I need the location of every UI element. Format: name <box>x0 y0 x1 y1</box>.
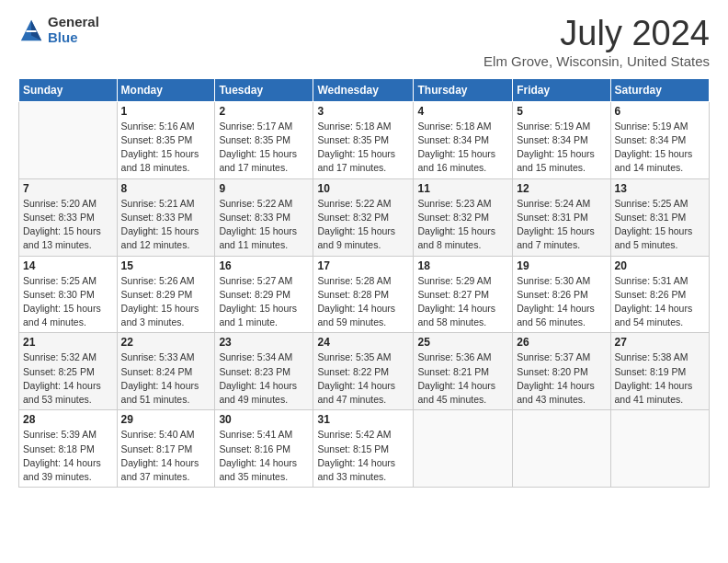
cell-week0-day0 <box>19 101 118 178</box>
day-info: Sunrise: 5:19 AM Sunset: 8:34 PM Dayligh… <box>517 120 606 176</box>
cell-week1-day4: 11Sunrise: 5:23 AM Sunset: 8:32 PM Dayli… <box>414 178 513 256</box>
day-number: 17 <box>317 259 409 272</box>
page: General Blue July 2024 Elm Grove, Wiscon… <box>0 0 728 563</box>
day-info: Sunrise: 5:17 AM Sunset: 8:35 PM Dayligh… <box>219 120 309 176</box>
day-info: Sunrise: 5:21 AM Sunset: 8:33 PM Dayligh… <box>121 197 211 253</box>
logo-blue-text: Blue <box>48 30 99 46</box>
day-info: Sunrise: 5:24 AM Sunset: 8:31 PM Dayligh… <box>517 197 606 253</box>
day-number: 1 <box>121 105 211 118</box>
day-info: Sunrise: 5:18 AM Sunset: 8:35 PM Dayligh… <box>317 120 409 176</box>
day-info: Sunrise: 5:30 AM Sunset: 8:26 PM Dayligh… <box>517 274 606 330</box>
day-number: 8 <box>121 182 211 195</box>
day-number: 3 <box>317 105 409 118</box>
cell-week0-day1: 1Sunrise: 5:16 AM Sunset: 8:35 PM Daylig… <box>117 101 215 178</box>
day-info: Sunrise: 5:42 AM Sunset: 8:15 PM Dayligh… <box>317 428 409 484</box>
logo-general-text: General <box>48 15 99 30</box>
cell-week3-day1: 22Sunrise: 5:33 AM Sunset: 8:24 PM Dayli… <box>117 333 215 410</box>
day-info: Sunrise: 5:22 AM Sunset: 8:32 PM Dayligh… <box>317 197 409 253</box>
day-info: Sunrise: 5:20 AM Sunset: 8:33 PM Dayligh… <box>23 197 113 253</box>
logo: General Blue <box>18 15 99 45</box>
day-number: 12 <box>517 182 606 195</box>
day-number: 28 <box>23 413 113 426</box>
day-number: 9 <box>219 182 309 195</box>
cell-week1-day5: 12Sunrise: 5:24 AM Sunset: 8:31 PM Dayli… <box>513 178 610 256</box>
header-friday: Friday <box>513 78 610 101</box>
day-info: Sunrise: 5:41 AM Sunset: 8:16 PM Dayligh… <box>219 428 309 484</box>
day-info: Sunrise: 5:34 AM Sunset: 8:23 PM Dayligh… <box>219 350 309 407</box>
cell-week2-day2: 16Sunrise: 5:27 AM Sunset: 8:29 PM Dayli… <box>215 256 313 333</box>
cell-week2-day0: 14Sunrise: 5:25 AM Sunset: 8:30 PM Dayli… <box>19 256 118 333</box>
day-info: Sunrise: 5:37 AM Sunset: 8:20 PM Dayligh… <box>517 350 606 407</box>
header-saturday: Saturday <box>610 78 709 101</box>
header-thursday: Thursday <box>414 78 513 101</box>
cell-week4-day6 <box>610 410 709 488</box>
cell-week0-day2: 2Sunrise: 5:17 AM Sunset: 8:35 PM Daylig… <box>215 101 313 178</box>
cell-week1-day2: 9Sunrise: 5:22 AM Sunset: 8:33 PM Daylig… <box>215 178 313 256</box>
day-number: 13 <box>615 182 705 195</box>
day-number: 27 <box>615 336 705 349</box>
header-sunday: Sunday <box>19 78 118 101</box>
day-info: Sunrise: 5:23 AM Sunset: 8:32 PM Dayligh… <box>417 197 508 253</box>
cell-week2-day1: 15Sunrise: 5:26 AM Sunset: 8:29 PM Dayli… <box>117 256 215 333</box>
day-number: 24 <box>317 336 409 349</box>
day-info: Sunrise: 5:35 AM Sunset: 8:22 PM Dayligh… <box>317 350 409 407</box>
day-number: 6 <box>615 105 705 118</box>
day-info: Sunrise: 5:25 AM Sunset: 8:31 PM Dayligh… <box>615 197 705 253</box>
cell-week2-day3: 17Sunrise: 5:28 AM Sunset: 8:28 PM Dayli… <box>313 256 414 333</box>
day-info: Sunrise: 5:16 AM Sunset: 8:35 PM Dayligh… <box>121 120 211 176</box>
cell-week3-day0: 21Sunrise: 5:32 AM Sunset: 8:25 PM Dayli… <box>19 333 118 410</box>
day-info: Sunrise: 5:18 AM Sunset: 8:34 PM Dayligh… <box>417 120 508 176</box>
subtitle: Elm Grove, Wisconsin, United States <box>483 53 710 69</box>
day-number: 26 <box>517 336 606 349</box>
header-wednesday: Wednesday <box>313 78 414 101</box>
day-number: 25 <box>417 336 508 349</box>
day-number: 22 <box>121 336 211 349</box>
day-info: Sunrise: 5:25 AM Sunset: 8:30 PM Dayligh… <box>23 274 113 330</box>
week-row-4: 28Sunrise: 5:39 AM Sunset: 8:18 PM Dayli… <box>19 410 710 488</box>
cell-week0-day6: 6Sunrise: 5:19 AM Sunset: 8:34 PM Daylig… <box>610 101 709 178</box>
day-number: 18 <box>417 259 508 272</box>
day-number: 15 <box>121 259 211 272</box>
cell-week0-day5: 5Sunrise: 5:19 AM Sunset: 8:34 PM Daylig… <box>513 101 610 178</box>
main-title: July 2024 <box>483 15 710 53</box>
day-number: 20 <box>615 259 705 272</box>
day-number: 14 <box>23 259 113 272</box>
cell-week2-day6: 20Sunrise: 5:31 AM Sunset: 8:26 PM Dayli… <box>610 256 709 333</box>
week-row-3: 21Sunrise: 5:32 AM Sunset: 8:25 PM Dayli… <box>19 333 710 410</box>
cell-week4-day1: 29Sunrise: 5:40 AM Sunset: 8:17 PM Dayli… <box>117 410 215 488</box>
day-number: 21 <box>23 336 113 349</box>
week-row-2: 14Sunrise: 5:25 AM Sunset: 8:30 PM Dayli… <box>19 256 710 333</box>
title-area: July 2024 Elm Grove, Wisconsin, United S… <box>483 15 710 69</box>
day-number: 2 <box>219 105 309 118</box>
day-number: 4 <box>417 105 508 118</box>
day-info: Sunrise: 5:27 AM Sunset: 8:29 PM Dayligh… <box>219 274 309 330</box>
day-number: 5 <box>517 105 606 118</box>
day-info: Sunrise: 5:38 AM Sunset: 8:19 PM Dayligh… <box>615 350 705 407</box>
logo-text: General Blue <box>48 15 99 45</box>
cell-week1-day0: 7Sunrise: 5:20 AM Sunset: 8:33 PM Daylig… <box>19 178 118 256</box>
day-number: 31 <box>317 413 409 426</box>
cell-week4-day3: 31Sunrise: 5:42 AM Sunset: 8:15 PM Dayli… <box>313 410 414 488</box>
day-info: Sunrise: 5:40 AM Sunset: 8:17 PM Dayligh… <box>121 428 211 484</box>
week-row-0: 1Sunrise: 5:16 AM Sunset: 8:35 PM Daylig… <box>19 101 710 178</box>
day-number: 10 <box>317 182 409 195</box>
day-info: Sunrise: 5:31 AM Sunset: 8:26 PM Dayligh… <box>615 274 705 330</box>
day-info: Sunrise: 5:32 AM Sunset: 8:25 PM Dayligh… <box>23 350 113 407</box>
cell-week2-day5: 19Sunrise: 5:30 AM Sunset: 8:26 PM Dayli… <box>513 256 610 333</box>
day-info: Sunrise: 5:19 AM Sunset: 8:34 PM Dayligh… <box>615 120 705 176</box>
cell-week3-day6: 27Sunrise: 5:38 AM Sunset: 8:19 PM Dayli… <box>610 333 709 410</box>
cell-week3-day3: 24Sunrise: 5:35 AM Sunset: 8:22 PM Dayli… <box>313 333 414 410</box>
cell-week4-day2: 30Sunrise: 5:41 AM Sunset: 8:16 PM Dayli… <box>215 410 313 488</box>
day-number: 7 <box>23 182 113 195</box>
calendar-table: Sunday Monday Tuesday Wednesday Thursday… <box>18 78 710 488</box>
day-number: 30 <box>219 413 309 426</box>
cell-week4-day5 <box>513 410 610 488</box>
cell-week4-day4 <box>414 410 513 488</box>
cell-week3-day5: 26Sunrise: 5:37 AM Sunset: 8:20 PM Dayli… <box>513 333 610 410</box>
cell-week1-day6: 13Sunrise: 5:25 AM Sunset: 8:31 PM Dayli… <box>610 178 709 256</box>
header-tuesday: Tuesday <box>215 78 313 101</box>
cell-week2-day4: 18Sunrise: 5:29 AM Sunset: 8:27 PM Dayli… <box>414 256 513 333</box>
cell-week3-day4: 25Sunrise: 5:36 AM Sunset: 8:21 PM Dayli… <box>414 333 513 410</box>
svg-rect-2 <box>26 30 36 32</box>
day-number: 29 <box>121 413 211 426</box>
